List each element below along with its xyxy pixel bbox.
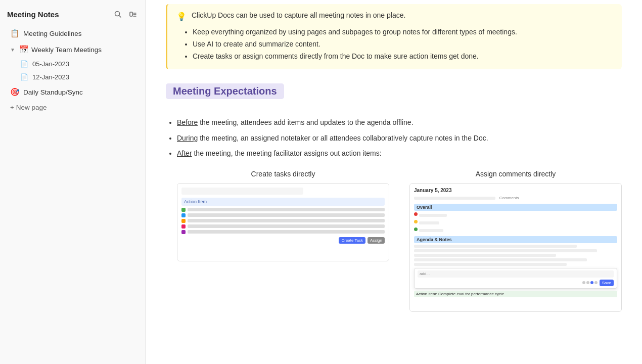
mock-bar-5: [188, 230, 385, 234]
mock-line-a3: [414, 254, 556, 257]
mock-bar-3: [188, 219, 385, 222]
collapse-icon: [129, 10, 137, 18]
daily-standup-icon: 🎯: [10, 87, 19, 97]
sidebar-header: Meeting Notes: [0, 6, 145, 25]
sidebar-item-label-daily-standup: Daily Standup/Sync: [23, 88, 83, 96]
sidebar-item-daily-standup[interactable]: 🎯 Daily Standup/Sync: [3, 84, 142, 100]
screenshot-col-right: Assign comments directly January 5, 2023…: [409, 170, 622, 312]
mock-dot-1: [181, 208, 186, 212]
sidebar-item-label-jan12: 12-Jan-2023: [32, 73, 69, 81]
mock-assign-btn[interactable]: Assign: [368, 237, 385, 244]
sidebar-group-header-weekly[interactable]: ▼ 📅 Weekly Team Meetings: [3, 42, 142, 57]
weekly-meetings-icon: 📅: [19, 45, 28, 54]
mock-task-header: [181, 188, 303, 195]
after-label: After: [177, 149, 192, 157]
doc-icon-jan5: 📄: [20, 60, 28, 68]
mock-cdot-yellow: [414, 220, 418, 223]
sidebar-item-jan12[interactable]: 📄 12-Jan-2023: [13, 71, 142, 83]
screenshot-left: Action Item: [177, 183, 389, 261]
before-text: the meeting, attendees add items and upd…: [200, 118, 413, 126]
sidebar-item-meeting-guidelines[interactable]: 📋 Meeting Guidelines: [3, 26, 142, 41]
mock-doc-date: January 5, 2023: [414, 188, 617, 193]
callout-list: Keep everything organized by using pages…: [193, 26, 613, 62]
mock-cdot-green: [414, 228, 418, 231]
mock-create-task-btn[interactable]: Create Task: [339, 237, 365, 244]
sidebar: Meeting Notes 📋 Meeting Guidelines: [0, 0, 146, 364]
chevron-down-icon: ▼: [10, 47, 16, 53]
mock-bar-1: [188, 208, 385, 211]
during-text: the meeting, an assigned notetaker or al…: [200, 134, 488, 142]
screenshot-col-left: Create tasks directly Action Item: [177, 170, 389, 312]
mock-doc-ui: January 5, 2023 Comments Overall: [410, 184, 621, 311]
screenshot-left-label: Create tasks directly: [251, 170, 315, 178]
mock-line-yellow: [419, 221, 439, 224]
screenshot-right-label: Assign comments directly: [476, 170, 556, 178]
doc-icon-jan12: 📄: [20, 73, 28, 81]
callout-bullet-2: Use AI to create and summarize content.: [193, 38, 613, 51]
callout-text: ClickUp Docs can be used to capture all …: [192, 11, 405, 19]
mock-line-a4: [414, 258, 587, 261]
svg-line-1: [119, 16, 121, 18]
mock-line-red: [419, 214, 447, 217]
mock-task-row-5: [181, 230, 385, 234]
lightbulb-icon: 💡: [176, 12, 187, 21]
before-label: Before: [177, 118, 198, 126]
screenshot-right: January 5, 2023 Comments Overall: [409, 183, 622, 312]
mock-comment-popup: add... Save: [414, 268, 617, 289]
collapse-button[interactable]: [128, 9, 138, 19]
section-heading: Meeting Expectations: [166, 83, 284, 99]
sidebar-header-icons: [113, 9, 138, 19]
sidebar-item-jan5[interactable]: 📄 05-Jan-2023: [13, 58, 142, 70]
during-label: During: [177, 134, 198, 142]
mock-comments-label: Comments: [499, 196, 519, 200]
meeting-guidelines-icon: 📋: [10, 29, 19, 38]
mock-dot-2: [181, 213, 186, 217]
mock-action-row: Action item: Complete eval for performan…: [414, 291, 617, 297]
mock-tasks-ui: Action Item: [177, 184, 389, 261]
expectation-after: After the meeting, the meeting facilitat…: [177, 147, 622, 160]
callout-header: 💡 ClickUp Docs can be used to capture al…: [176, 11, 613, 21]
new-page-label: + New page: [10, 104, 47, 111]
mock-line-a5: [414, 263, 567, 266]
mock-task-row-3: [181, 219, 385, 223]
mock-status-dots-3: [414, 228, 617, 234]
mock-dot-4: [181, 224, 186, 229]
sidebar-group-label-weekly: Weekly Team Meetings: [31, 46, 102, 54]
callout-bullet-3: Create tasks or assign comments directly…: [193, 51, 613, 63]
sidebar-title: Meeting Notes: [7, 10, 59, 19]
svg-rect-2: [130, 12, 132, 16]
mock-status-dots: [414, 212, 617, 218]
expectation-before: Before the meeting, attendees add items …: [177, 116, 622, 129]
mock-task-row-2: [181, 213, 385, 217]
screenshots-row: Create tasks directly Action Item: [177, 170, 622, 312]
mock-task-row-1: [181, 208, 385, 212]
mock-dot-3: [181, 219, 186, 223]
mock-save-comment-btn[interactable]: Save: [600, 280, 614, 286]
sidebar-item-label-jan5: 05-Jan-2023: [32, 60, 69, 68]
mock-comment-actions: Save: [418, 280, 614, 286]
meeting-expectations-list: Before the meeting, attendees add items …: [177, 116, 622, 160]
mock-comment-input: add...: [418, 270, 614, 278]
callout-bullet-1: Keep everything organized by using pages…: [193, 26, 613, 38]
sidebar-item-label-meeting-guidelines: Meeting Guidelines: [23, 30, 82, 37]
mock-section-overall: Overall: [414, 204, 617, 211]
mock-dot-5: [181, 230, 186, 234]
mock-line-a1: [414, 245, 577, 248]
mock-status-dots-2: [414, 220, 617, 226]
mock-line-a2: [414, 249, 597, 252]
new-page-button[interactable]: + New page: [3, 101, 142, 114]
mock-section-agenda: Agenda & Notes: [414, 236, 617, 243]
mock-cdot-red: [414, 212, 418, 216]
mock-action-item: Action Item: [181, 198, 385, 206]
after-text: the meeting, the meeting facilitator ass…: [194, 149, 381, 157]
mock-line-top: [414, 197, 495, 200]
mock-task-row-4: [181, 224, 385, 229]
expectation-during: During the meeting, an assigned notetake…: [177, 132, 622, 145]
sidebar-group-weekly: ▼ 📅 Weekly Team Meetings 📄 05-Jan-2023 📄…: [0, 41, 145, 84]
main-content: 💡 ClickUp Docs can be used to capture al…: [146, 0, 642, 364]
search-button[interactable]: [113, 9, 123, 19]
callout-box: 💡 ClickUp Docs can be used to capture al…: [166, 4, 622, 69]
search-icon: [114, 10, 122, 18]
sidebar-children-weekly: 📄 05-Jan-2023 📄 12-Jan-2023: [10, 58, 145, 83]
mock-bar-2: [188, 213, 385, 217]
